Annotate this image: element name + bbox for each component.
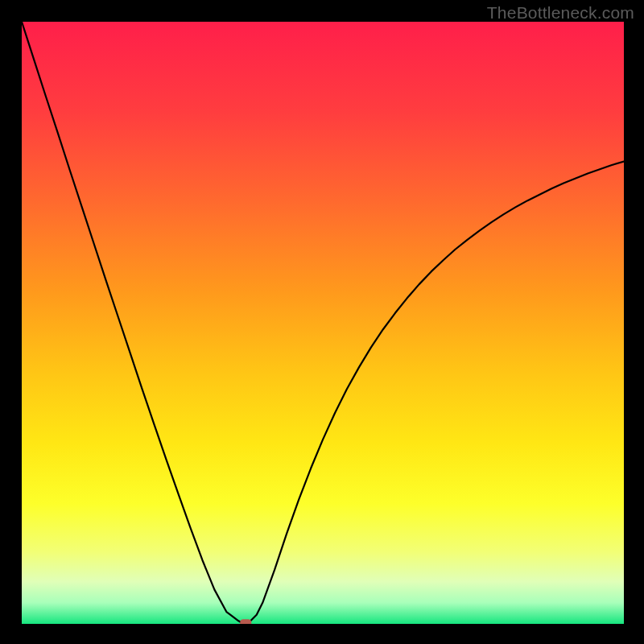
plot-area (22, 22, 624, 624)
gradient-background (22, 22, 624, 624)
attribution-label: TheBottleneck.com (487, 3, 634, 23)
optimal-marker (240, 619, 251, 624)
chart-svg (22, 22, 624, 624)
chart-frame: TheBottleneck.com (0, 0, 644, 644)
